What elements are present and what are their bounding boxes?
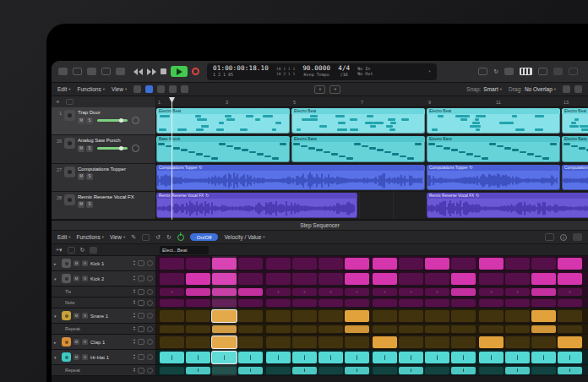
row-solo-button[interactable]: S [82,313,88,319]
step-cell[interactable] [238,367,263,374]
row-dial-icon[interactable] [147,339,153,345]
step-cell[interactable] [318,336,343,348]
bar-ruler[interactable]: 135791113 [156,96,588,107]
step-cell[interactable] [425,310,449,322]
row-grid-icon[interactable] [138,289,144,295]
step-cell[interactable] [212,325,237,333]
row-value-stepper[interactable]: ▴▾ [133,260,135,266]
step-cell[interactable] [558,367,582,374]
region[interactable]: Computations Topper↻ [427,165,560,190]
step-cell[interactable] [505,258,530,270]
step-cell[interactable] [292,352,317,363]
sequencer-row-header[interactable]: ▸MSKick 1▴▾ [52,256,156,270]
redo-icon[interactable]: ↻ [166,234,172,240]
step-cell[interactable] [531,299,556,307]
step-cell[interactable] [318,367,343,374]
snap-setting[interactable]: Snap: Smart [466,86,502,92]
pattern-loop-icon[interactable]: ↻ [80,247,85,253]
volume-fader[interactable] [97,119,128,122]
track-header[interactable]: 27Computations TopperMS [52,164,156,191]
region[interactable]: Electro Beat [291,108,425,134]
step-cell[interactable] [531,325,556,333]
pattern-name-chip[interactable]: Elect...Beat [160,246,209,254]
step-cell[interactable]: + [479,288,504,296]
step-cell[interactable] [292,310,317,322]
row-solo-button[interactable]: S [82,354,88,360]
step-cell[interactable] [345,367,369,374]
arrange-edit-menu[interactable]: Edit [57,86,70,92]
step-cell[interactable] [479,325,504,333]
step-cell[interactable] [451,273,476,285]
region[interactable]: Remix Reverse Vocal FX↻ [156,193,357,218]
step-cell[interactable] [558,352,582,363]
step-cell[interactable] [479,310,504,322]
row-dial-icon[interactable] [147,368,153,374]
pan-knob[interactable] [132,145,139,152]
row-dial-icon[interactable] [147,300,153,306]
row-dial-icon[interactable] [147,313,153,319]
step-cell[interactable] [238,352,263,363]
row-value-stepper[interactable]: ▴▾ [133,300,135,306]
step-cell[interactable]: + [266,288,291,296]
duplicate-track-button[interactable] [66,99,74,105]
disclosure-chevron[interactable]: ▾ [54,276,59,281]
seq-view-menu[interactable]: View [110,234,125,240]
row-value-stepper[interactable]: ▴▾ [133,354,135,360]
step-cell[interactable] [531,367,556,374]
step-cell[interactable] [425,336,449,348]
step-cell[interactable] [186,299,210,307]
step-cell[interactable] [479,352,504,363]
step-cell[interactable] [425,367,449,374]
zoom-horizontal-icon[interactable] [563,85,570,93]
drag-setting[interactable]: Drag: No Overlap [509,86,556,92]
volume-fader[interactable] [97,147,128,150]
step-cell[interactable] [373,367,397,374]
sequencer-row-header[interactable]: ▾MSSnare 1▴▾ [52,308,156,323]
disclosure-chevron[interactable]: ▾ [54,355,59,360]
step-cell[interactable] [479,258,504,270]
step-cell[interactable] [292,367,317,374]
step-cell[interactable] [212,288,237,296]
info-icon[interactable]: i [560,234,567,241]
track-lane[interactable]: Remix Reverse Vocal FX↻Remix Reverse Voc… [156,192,588,219]
step-cell[interactable]: + [505,288,530,296]
tuner-icon[interactable] [478,68,487,75]
region[interactable]: Electro Beat [562,108,588,134]
power-icon[interactable] [177,234,184,241]
step-cell[interactable] [160,367,184,374]
region[interactable]: Computations Topper↻ [562,165,588,190]
step-cell[interactable] [292,258,317,270]
row-value-stepper[interactable]: ▴▾ [133,313,135,319]
step-cell[interactable]: + [399,288,423,296]
step-cell[interactable] [399,299,423,307]
solo-button[interactable]: S [86,173,93,180]
track-header[interactable]: 1Trap DoorMS [52,107,156,134]
track-lane[interactable]: Bass KnockElectro BassElectro BassElectr… [156,135,588,162]
step-cell[interactable] [451,299,476,307]
step-cell[interactable] [399,325,423,333]
step-cell[interactable] [505,352,530,363]
step-cell[interactable] [160,258,184,270]
step-cell[interactable] [160,310,184,322]
add-pattern-button[interactable]: +▾ [56,247,63,254]
step-cell[interactable] [531,336,556,348]
step-cell[interactable] [558,299,582,307]
step-cell[interactable] [238,336,263,348]
lcd-signature-section[interactable]: 4/4 /16 [338,65,350,77]
track-row[interactable]: 26Analog Saw PunchMSBass KnockElectro Ba… [52,135,588,163]
seq-functions-menu[interactable]: Functions [76,234,103,240]
solo-button[interactable]: S [86,117,93,124]
left-click-tool-selector[interactable]: ▾ [314,85,325,94]
row-dial-icon[interactable] [147,276,153,281]
step-cell[interactable] [160,336,184,348]
region[interactable]: Electro Bass [562,136,588,161]
step-cell[interactable] [345,273,369,285]
row-mute-button[interactable]: M [74,260,79,266]
step-cell[interactable] [399,310,423,322]
row-grid-icon[interactable] [138,313,144,319]
step-cell[interactable] [212,299,237,307]
row-value-stepper[interactable]: ▴▾ [133,326,135,332]
pointer-tool-icon[interactable] [133,85,141,93]
track-row[interactable]: 28Remix Reverse Vocal FXMSRemix Reverse … [52,192,588,220]
step-cell[interactable] [373,273,397,285]
